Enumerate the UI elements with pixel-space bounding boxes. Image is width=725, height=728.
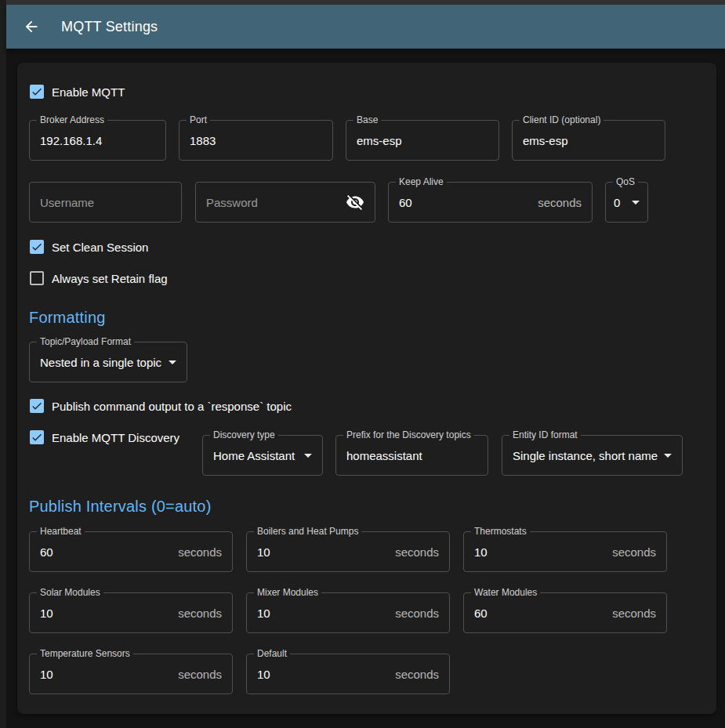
seconds-suffix: seconds [612, 545, 656, 559]
password-field [195, 182, 375, 223]
entity-format-value: Single instance, short name [513, 449, 658, 462]
mixer-label: Mixer Modules [254, 587, 321, 598]
broker-address-field: Broker Address [29, 120, 166, 161]
qos-select[interactable]: QoS 0 [605, 182, 648, 223]
base-field: Base [346, 120, 499, 161]
keep-alive-field: Keep Alive seconds [388, 182, 593, 223]
username-input[interactable] [40, 196, 171, 209]
water-input[interactable] [474, 607, 612, 620]
check-icon [31, 400, 43, 412]
port-field: Port [179, 120, 333, 161]
enable-mqtt-checkbox[interactable] [30, 85, 44, 99]
chevron-down-icon [632, 201, 640, 205]
keep-alive-suffix: seconds [538, 196, 582, 209]
qos-value: 0 [614, 196, 620, 209]
water-interval-field: Water Modules seconds [463, 592, 667, 633]
retain-flag-checkbox[interactable] [30, 271, 44, 285]
back-button[interactable] [22, 17, 41, 36]
client-id-input[interactable] [523, 134, 654, 147]
check-icon [31, 431, 43, 444]
heartbeat-label: Heartbeat [37, 526, 85, 537]
publish-response-label: Publish command output to a `response` t… [52, 400, 292, 413]
temperature-label: Temperature Sensors [37, 648, 133, 659]
seconds-suffix: seconds [395, 668, 439, 681]
discovery-prefix-field: Prefix for the Discovery topics [335, 435, 488, 476]
broker-address-input[interactable] [40, 134, 155, 147]
publish-response-checkbox[interactable] [30, 399, 44, 413]
thermostats-input[interactable] [474, 545, 612, 559]
seconds-suffix: seconds [612, 607, 656, 620]
retain-flag-row: Always set Retain flag [30, 271, 168, 285]
chevron-down-icon [664, 454, 672, 458]
heartbeat-interval-field: Heartbeat seconds [29, 531, 233, 572]
solar-interval-field: Solar Modules seconds [29, 592, 233, 633]
temperature-input[interactable] [40, 668, 178, 681]
client-id-field: Client ID (optional) [512, 120, 665, 161]
solar-input[interactable] [40, 607, 178, 620]
solar-label: Solar Modules [37, 587, 103, 598]
water-label: Water Modules [471, 587, 540, 598]
topic-format-select[interactable]: Topic/Payload Format Nested in a single … [29, 342, 187, 382]
thermostats-interval-field: Thermostats seconds [463, 531, 667, 572]
chevron-down-icon [304, 454, 312, 458]
retain-flag-label: Always set Retain flag [52, 272, 168, 285]
base-input[interactable] [357, 134, 488, 147]
boilers-interval-field: Boilers and Heat Pumps seconds [246, 531, 450, 572]
heartbeat-input[interactable] [40, 545, 178, 559]
port-input[interactable] [190, 134, 322, 147]
check-icon [31, 85, 43, 98]
enable-discovery-checkbox[interactable] [30, 430, 44, 444]
seconds-suffix: seconds [395, 607, 439, 620]
enable-mqtt-label: Enable MQTT [52, 85, 125, 99]
publish-intervals-heading: Publish Intervals (0=auto) [29, 498, 212, 516]
discovery-type-label: Discovery type [210, 429, 278, 440]
toggle-password-visibility-button[interactable] [346, 193, 364, 212]
discovery-type-select[interactable]: Discovery type Home Assistant [202, 435, 323, 476]
keep-alive-label: Keep Alive [396, 176, 447, 187]
topic-format-value: Nested in a single topic [40, 356, 161, 369]
discovery-prefix-label: Prefix for the Discovery topics [343, 429, 474, 440]
mixer-interval-field: Mixer Modules seconds [246, 592, 450, 633]
username-field [29, 182, 182, 223]
mixer-input[interactable] [257, 607, 395, 620]
enable-discovery-row: Enable MQTT Discovery [30, 430, 179, 444]
discovery-type-value: Home Assistant [213, 449, 295, 462]
temperature-interval-field: Temperature Sensors seconds [29, 654, 233, 694]
boilers-label: Boilers and Heat Pumps [254, 526, 361, 537]
window-left-edge [0, 0, 6, 728]
topic-format-label: Topic/Payload Format [37, 336, 134, 347]
enable-discovery-label: Enable MQTT Discovery [52, 431, 179, 444]
clean-session-row: Set Clean Session [30, 240, 148, 254]
clean-session-label: Set Clean Session [52, 241, 148, 254]
broker-address-label: Broker Address [37, 114, 107, 125]
client-id-label: Client ID (optional) [520, 114, 604, 125]
port-label: Port [187, 114, 210, 125]
settings-card: Enable MQTT Broker Address Port Base Cli… [17, 63, 716, 714]
entity-format-select[interactable]: Entity ID format Single instance, short … [502, 435, 683, 476]
clean-session-checkbox[interactable] [30, 240, 44, 254]
chevron-down-icon [169, 360, 176, 364]
default-input[interactable] [257, 668, 395, 681]
publish-response-row: Publish command output to a `response` t… [30, 399, 292, 413]
keep-alive-input[interactable] [399, 196, 538, 209]
base-label: Base [353, 114, 381, 125]
arrow-back-icon [23, 18, 40, 35]
app-bar: MQTT Settings [6, 5, 725, 49]
thermostats-label: Thermostats [471, 526, 530, 537]
enable-mqtt-row: Enable MQTT [30, 85, 125, 99]
check-icon [31, 241, 43, 253]
boilers-input[interactable] [257, 545, 395, 559]
qos-label: QoS [613, 176, 638, 187]
password-input[interactable] [206, 196, 346, 209]
discovery-prefix-input[interactable] [346, 449, 477, 462]
seconds-suffix: seconds [178, 668, 222, 681]
visibility-off-icon [346, 193, 364, 212]
formatting-heading: Formatting [29, 309, 106, 327]
seconds-suffix: seconds [395, 545, 439, 559]
seconds-suffix: seconds [178, 545, 222, 559]
default-label: Default [254, 648, 290, 659]
page-title: MQTT Settings [61, 19, 158, 35]
seconds-suffix: seconds [178, 607, 222, 620]
default-interval-field: Default seconds [246, 654, 450, 694]
entity-format-label: Entity ID format [509, 429, 581, 440]
